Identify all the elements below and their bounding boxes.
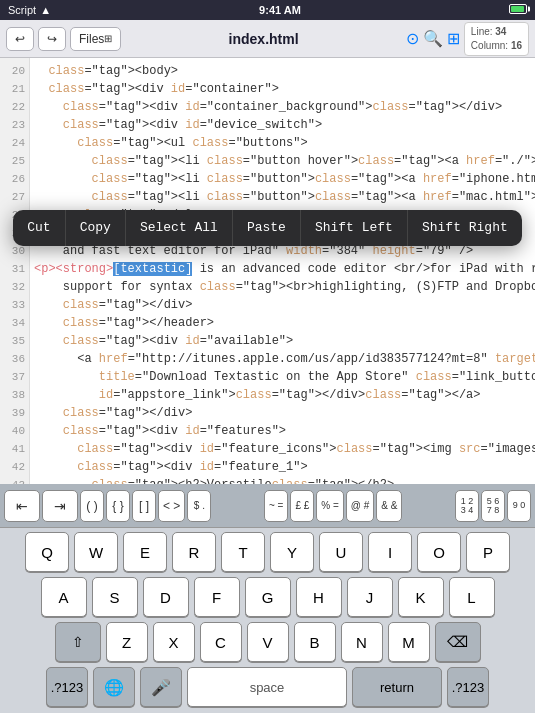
key-c[interactable]: C (200, 622, 242, 662)
key-e[interactable]: E (123, 532, 167, 572)
files-label: Files (79, 32, 104, 46)
code-line: support for syntax class="tag"><br>highl… (34, 278, 531, 296)
key-n[interactable]: N (341, 622, 383, 662)
key-d[interactable]: D (143, 577, 189, 617)
line-number: 40 (0, 422, 29, 440)
delete-key[interactable]: ⌫ (435, 622, 481, 662)
return-key[interactable]: return (352, 667, 442, 707)
key-r[interactable]: R (172, 532, 216, 572)
undo-button[interactable]: ↩ (6, 27, 34, 51)
grid-icon[interactable]: ⊞ (447, 29, 460, 48)
paren-key[interactable]: ( ) (80, 490, 104, 522)
num-sym-right-key[interactable]: .?123 (447, 667, 489, 707)
carrier-label: Script (8, 4, 36, 16)
files-icon: ⊞ (104, 33, 112, 44)
key-w[interactable]: W (74, 532, 118, 572)
arrow-right-button[interactable]: ⇥ (42, 490, 78, 522)
status-time: 9:41 AM (259, 4, 301, 16)
line-number: 34 (0, 314, 29, 332)
key-y[interactable]: Y (270, 532, 314, 572)
line-number: 32 (0, 278, 29, 296)
key-b[interactable]: B (294, 622, 336, 662)
key-t[interactable]: T (221, 532, 265, 572)
key-v[interactable]: V (247, 622, 289, 662)
code-line: title="Download Textastic on the App Sto… (34, 368, 531, 386)
qwerty-row: QWERTYUIOP (0, 528, 535, 572)
line-number: 43 (0, 476, 29, 484)
line-label: Line: (471, 26, 493, 37)
context-menu-paste[interactable]: Paste (233, 210, 301, 246)
key-s[interactable]: S (92, 577, 138, 617)
arrow-left-button[interactable]: ⇤ (4, 490, 40, 522)
search-icon[interactable]: 🔍 (423, 29, 443, 48)
key-i[interactable]: I (368, 532, 412, 572)
mic-key[interactable]: 🎤 (140, 667, 182, 707)
line-number: 20 (0, 62, 29, 80)
redo-button[interactable]: ↪ (38, 27, 66, 51)
key-k[interactable]: K (398, 577, 444, 617)
line-number: 26 (0, 170, 29, 188)
line-number: 41 (0, 440, 29, 458)
line-number: 31 (0, 260, 29, 278)
bracket-key[interactable]: [ ] (132, 490, 156, 522)
line-number: 37 (0, 368, 29, 386)
sym-plus[interactable]: £ £ (290, 490, 314, 522)
context-menu-copy[interactable]: Copy (66, 210, 126, 246)
key-l[interactable]: L (449, 577, 495, 617)
code-area[interactable]: 2021222324252627282930313233343536373839… (0, 58, 535, 484)
key-z[interactable]: Z (106, 622, 148, 662)
key-p[interactable]: P (466, 532, 510, 572)
line-number: 27 (0, 188, 29, 206)
code-line: class="tag"><div id="feature_1"> (34, 458, 531, 476)
key-f[interactable]: F (194, 577, 240, 617)
line-number: 39 (0, 404, 29, 422)
space-key[interactable]: space (187, 667, 347, 707)
code-line: class="tag"></header> (34, 314, 531, 332)
sym-tilde[interactable]: ~ = (264, 490, 288, 522)
key-h[interactable]: H (296, 577, 342, 617)
code-line: class="tag"></div> (34, 404, 531, 422)
code-line: class="tag"><li class="button">class="ta… (34, 188, 531, 206)
status-bar: Script ▲ 9:41 AM (0, 0, 535, 20)
line-number: 33 (0, 296, 29, 314)
num-90-key[interactable]: 9 0 (507, 490, 531, 522)
sym-amp[interactable]: & & (376, 490, 402, 522)
key-a[interactable]: A (41, 577, 87, 617)
files-button[interactable]: Files ⊞ (70, 27, 121, 51)
key-m[interactable]: M (388, 622, 430, 662)
key-u[interactable]: U (319, 532, 363, 572)
code-line: class="tag"><li class="button">class="ta… (34, 170, 531, 188)
code-line: class="tag"><div id="container"> (34, 80, 531, 98)
globe-key[interactable]: 🌐 (93, 667, 135, 707)
context-menu-select-all[interactable]: Select All (126, 210, 233, 246)
context-menu-cut[interactable]: Cut (13, 210, 65, 246)
angle-key[interactable]: < > (158, 490, 185, 522)
code-lines[interactable]: class="tag"><body> class="tag"><div id="… (30, 58, 535, 484)
key-g[interactable]: G (245, 577, 291, 617)
eyeglasses-icon[interactable]: ⊙ (406, 29, 419, 48)
context-menu: CutCopySelect AllPasteShift LeftShift Ri… (0, 210, 535, 246)
line-number: 25 (0, 152, 29, 170)
context-menu-shift-right[interactable]: Shift Right (408, 210, 522, 246)
num-sym-left-key[interactable]: .?123 (46, 667, 88, 707)
context-menu-shift-left[interactable]: Shift Left (301, 210, 408, 246)
dollar-dot-key[interactable]: $ . (187, 490, 211, 522)
sym-pct[interactable]: % = (316, 490, 344, 522)
sym-at[interactable]: @ # (346, 490, 375, 522)
shift-left-key[interactable]: ⇧ (55, 622, 101, 662)
code-line: id="appstore_link">class="tag"></div>cla… (34, 386, 531, 404)
key-o[interactable]: O (417, 532, 461, 572)
brace-key[interactable]: { } (106, 490, 130, 522)
code-line: class="tag"><div id="container_backgroun… (34, 98, 531, 116)
code-line: <p><strong>[textastic] is an advanced co… (34, 260, 531, 278)
asdf-row: ASDFGHJKL (0, 572, 535, 617)
toolbar: ↩ ↪ Files ⊞ index.html ⊙ 🔍 ⊞ Line: 34 Co… (0, 20, 535, 58)
battery-icon (509, 4, 527, 16)
key-q[interactable]: Q (25, 532, 69, 572)
custom-key-row: ⇤ ⇥ ( ) { } [ ] < > $ . ~ = £ £ % = @ # … (0, 484, 535, 528)
num-12-key[interactable]: 1 23 4 (455, 490, 479, 522)
key-x[interactable]: X (153, 622, 195, 662)
key-j[interactable]: J (347, 577, 393, 617)
num-56-key[interactable]: 5 67 8 (481, 490, 505, 522)
code-line: class="tag"><ul class="buttons"> (34, 134, 531, 152)
